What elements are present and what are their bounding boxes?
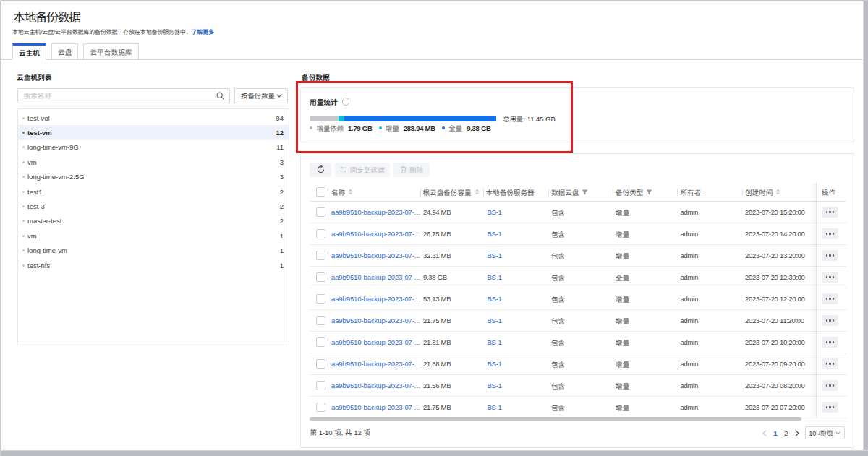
horizontal-scrollbar-thumb[interactable] — [310, 417, 801, 421]
data-volume-cell: 包含 — [551, 202, 565, 223]
tab-platform-database[interactable]: 云平台数据库 — [83, 43, 138, 59]
vm-list-item[interactable]: test1 2 — [18, 184, 289, 199]
row-actions-button[interactable] — [822, 293, 838, 304]
row-actions-button[interactable] — [822, 358, 838, 369]
backup-server-link[interactable]: BS-1 — [488, 202, 502, 223]
filter-icon[interactable] — [582, 189, 588, 195]
vm-list-item[interactable]: test-3 2 — [18, 199, 289, 213]
row-checkbox[interactable] — [316, 272, 326, 282]
vm-backup-count: 11 — [276, 143, 284, 151]
window-scrollbar-right[interactable] — [863, 0, 868, 456]
backup-server-link[interactable]: BS-1 — [488, 245, 502, 266]
search-icon[interactable] — [215, 92, 226, 100]
delete-button[interactable]: 删除 — [393, 163, 430, 177]
backup-name-link[interactable]: aa9b9510-backup-2023-07-... — [331, 332, 420, 353]
data-volume-cell: 包含 — [551, 375, 565, 396]
row-actions-button[interactable] — [822, 380, 838, 391]
tab-vm-instance[interactable]: 云主机 — [12, 43, 46, 59]
row-checkbox[interactable] — [316, 207, 326, 217]
backup-name-link[interactable]: aa9b9510-backup-2023-07-... — [331, 375, 420, 396]
usage-legend: 增量依赖1.79 GB增量288.94 MB全量9.38 GB — [310, 124, 498, 132]
select-all-checkbox[interactable] — [316, 187, 326, 197]
sync-to-remote-button[interactable]: 同步到远端 — [335, 163, 390, 177]
backup-server-link[interactable]: BS-1 — [488, 332, 502, 353]
column-header-data-volume[interactable]: 数据云盘 — [551, 183, 588, 201]
filter-icon[interactable] — [646, 189, 652, 195]
vm-list-item[interactable]: test-vm 12 — [18, 125, 289, 139]
ellipsis-dot-icon — [826, 298, 827, 299]
backup-name-link[interactable]: aa9b9510-backup-2023-07-... — [331, 267, 420, 288]
column-header-created-time[interactable]: 创建时间 — [745, 183, 780, 201]
row-checkbox[interactable] — [316, 251, 326, 260]
search-input[interactable] — [24, 92, 215, 100]
created-time-cell: 2023-07-20 14:20:00 — [745, 223, 805, 244]
vm-list-item[interactable]: test-vol 94 — [18, 111, 289, 125]
page-size-select[interactable]: 10 项/页 — [805, 426, 845, 440]
row-actions-button[interactable] — [822, 228, 838, 239]
row-checkbox[interactable] — [316, 381, 326, 390]
backup-server-link[interactable]: BS-1 — [488, 223, 502, 244]
ellipsis-dot-icon — [826, 406, 827, 408]
vm-list-item[interactable]: long-time-vm-2.5G 3 — [18, 170, 289, 184]
row-checkbox[interactable] — [316, 403, 326, 412]
tab-volume[interactable]: 云盘 — [51, 43, 78, 59]
backup-server-link[interactable]: BS-1 — [488, 397, 502, 418]
window-scrollbar-bottom[interactable] — [0, 450, 868, 456]
column-header-backup-type[interactable]: 备份类型 — [616, 183, 652, 201]
info-icon[interactable] — [342, 98, 350, 106]
backup-name-link[interactable]: aa9b9510-backup-2023-07-... — [331, 288, 420, 309]
backup-server-link[interactable]: BS-1 — [488, 353, 502, 374]
vm-list-item[interactable]: long-time-vm 1 — [18, 244, 289, 258]
backup-name-link[interactable]: aa9b9510-backup-2023-07-... — [331, 245, 420, 266]
column-header-root-volume-size[interactable]: 根云盘备份容量 — [423, 183, 480, 201]
sort-icon[interactable] — [475, 189, 480, 195]
vm-list-item[interactable]: master-test 2 — [18, 214, 289, 228]
vm-list-item[interactable]: test-nfs 1 — [18, 258, 289, 272]
legend-label: 增量 — [386, 123, 399, 133]
usage-progress-bar — [310, 116, 496, 121]
row-checkbox[interactable] — [316, 316, 326, 325]
pagination-next-button[interactable] — [792, 426, 803, 439]
vm-list-item[interactable]: vm 3 — [18, 155, 289, 169]
backup-server-link[interactable]: BS-1 — [488, 267, 502, 288]
vm-list-item[interactable]: long-time-vm-9G 11 — [18, 140, 289, 155]
row-actions-button[interactable] — [822, 315, 838, 326]
row-checkbox[interactable] — [316, 229, 326, 238]
pagination-page-2[interactable]: 2 — [781, 426, 792, 439]
column-label: 数据云盘 — [551, 187, 579, 197]
backup-server-link[interactable]: BS-1 — [488, 310, 502, 331]
sort-icon[interactable] — [775, 189, 780, 195]
backup-server-link[interactable]: BS-1 — [488, 288, 502, 309]
vm-name: long-time-vm-9G — [27, 143, 79, 151]
row-checkbox[interactable] — [316, 359, 326, 369]
backup-server-link[interactable]: BS-1 — [488, 375, 502, 396]
sort-icon[interactable] — [348, 189, 353, 195]
backup-name-link[interactable]: aa9b9510-backup-2023-07-... — [331, 223, 420, 244]
row-actions-button[interactable] — [822, 402, 838, 413]
row-actions-button[interactable] — [822, 250, 838, 261]
backup-name-link[interactable]: aa9b9510-backup-2023-07-... — [331, 202, 420, 223]
row-actions-button[interactable] — [822, 337, 838, 348]
row-checkbox[interactable] — [316, 337, 326, 347]
backup-name-link[interactable]: aa9b9510-backup-2023-07-... — [331, 397, 420, 418]
vm-name: long-time-vm-2.5G — [27, 173, 85, 181]
backup-name-link[interactable]: aa9b9510-backup-2023-07-... — [331, 310, 420, 331]
chevron-down-icon — [276, 94, 282, 98]
column-header-name[interactable]: 名称 — [331, 183, 353, 201]
sort-by-select[interactable]: 按备份数量 — [234, 88, 288, 103]
ellipsis-dot-icon — [833, 254, 834, 256]
backup-name-link[interactable]: aa9b9510-backup-2023-07-... — [331, 353, 420, 374]
fixed-column-shadow — [810, 183, 816, 417]
pagination-page-1[interactable]: 1 — [770, 426, 781, 439]
page-description: 本地云主机/云盘/云平台数据库的备份数据，存放在本地备份服务器中，了解更多 — [12, 28, 214, 36]
owner-cell: admin — [681, 332, 698, 353]
pagination-prev-button[interactable] — [760, 426, 770, 439]
row-checkbox[interactable] — [316, 294, 326, 304]
ellipsis-dot-icon — [826, 276, 827, 278]
learn-more-link[interactable]: 了解更多 — [192, 29, 214, 35]
row-actions-button[interactable] — [822, 207, 838, 218]
vm-list-item[interactable]: vm 1 — [18, 228, 289, 243]
column-label: 根云盘备份容量 — [423, 187, 472, 197]
refresh-button[interactable] — [310, 163, 331, 177]
row-actions-button[interactable] — [822, 272, 838, 283]
